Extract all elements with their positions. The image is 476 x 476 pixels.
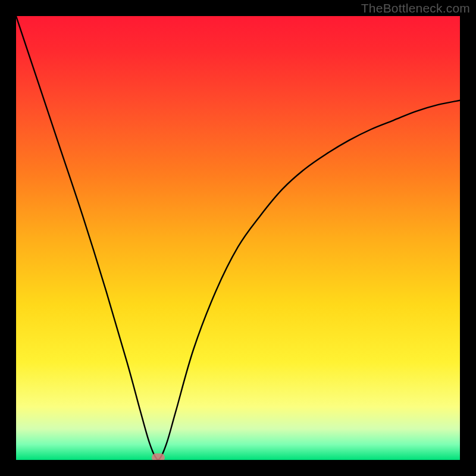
plot-area (16, 16, 460, 460)
chart-svg (16, 16, 460, 460)
optimal-marker (152, 453, 165, 460)
chart-frame: TheBottleneck.com (0, 0, 476, 476)
watermark-text: TheBottleneck.com (361, 1, 470, 15)
gradient-background (16, 16, 460, 460)
